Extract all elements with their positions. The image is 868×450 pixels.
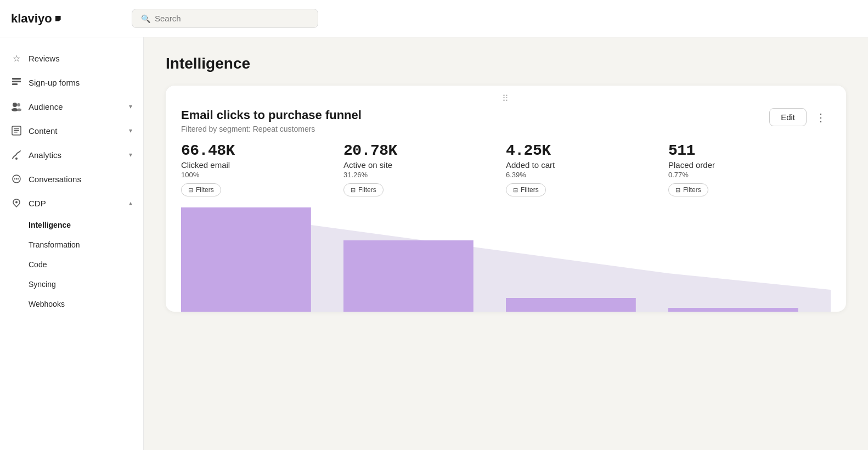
- widget-actions: Edit ⋮: [769, 108, 831, 126]
- form-icon: [11, 77, 22, 88]
- metric-label-0: Clicked email: [181, 160, 335, 170]
- sidebar-sub-item-code[interactable]: Code: [29, 255, 143, 274]
- metric-value-0: 66.48K: [181, 142, 335, 159]
- svg-rect-18: [181, 207, 311, 312]
- layout: ☆ Reviews Sign-up forms Audience ▾: [0, 37, 868, 450]
- topbar: klaviyo 🔍: [0, 0, 868, 37]
- svg-rect-24: [668, 308, 798, 312]
- metric-added-to-cart: 4.25K Added to cart 6.39% ⊟ Filters: [506, 142, 668, 196]
- chevron-up-icon-cdp: ▴: [129, 199, 132, 207]
- sidebar-label-analytics: Analytics: [29, 150, 61, 160]
- metric-value-3: 511: [668, 142, 822, 159]
- filter-icon-2: ⊟: [513, 187, 518, 194]
- sidebar-label-cdp: CDP: [29, 199, 46, 208]
- widget-title: Email clicks to purchase funnel: [181, 108, 362, 122]
- cdp-icon: [11, 198, 22, 209]
- bar-col-3: [668, 207, 831, 312]
- widget-subtitle: Filtered by segment: Repeat customers: [181, 125, 362, 133]
- sidebar-item-analytics[interactable]: Analytics ▾: [0, 143, 143, 167]
- svg-point-14: [16, 178, 17, 179]
- sidebar-sub-item-webhooks[interactable]: Webhooks: [29, 294, 143, 314]
- widget-card: ⠿ Email clicks to purchase funnel Filter…: [166, 86, 846, 312]
- metric-pct-2: 6.39%: [506, 171, 660, 179]
- filter-button-2[interactable]: ⊟ Filters: [506, 183, 546, 196]
- cdp-sub-menu: Intelligence Transformation Code Syncing…: [0, 215, 143, 314]
- filter-icon-1: ⊟: [351, 187, 356, 194]
- drag-handle[interactable]: ⠿: [166, 86, 846, 108]
- sidebar-label-content: Content: [29, 126, 58, 136]
- svg-point-15: [18, 178, 19, 179]
- metric-label-3: Placed order: [668, 160, 822, 170]
- metric-label-2: Added to cart: [506, 160, 660, 170]
- metric-value-2: 4.25K: [506, 142, 660, 159]
- audience-icon: [11, 101, 22, 112]
- chevron-down-icon-content: ▾: [129, 127, 132, 134]
- sidebar-sub-item-transformation[interactable]: Transformation: [29, 235, 143, 255]
- search-icon: 🔍: [141, 14, 150, 23]
- logo: klaviyo: [11, 12, 121, 26]
- svg-rect-0: [12, 78, 21, 80]
- svg-point-13: [14, 178, 15, 179]
- svg-point-6: [17, 109, 21, 111]
- funnel-metrics: 66.48K Clicked email 100% ⊟ Filters 20.7…: [166, 142, 846, 207]
- bar-col-1: [343, 207, 506, 312]
- bar-col-2: [506, 207, 668, 312]
- filter-button-3[interactable]: ⊟ Filters: [668, 183, 708, 196]
- metric-pct-1: 31.26%: [343, 171, 497, 179]
- metric-value-1: 20.78K: [343, 142, 497, 159]
- filter-icon-0: ⊟: [188, 187, 193, 194]
- svg-rect-22: [506, 298, 636, 312]
- svg-rect-9: [14, 130, 19, 131]
- metric-placed-order: 511 Placed order 0.77% ⊟ Filters: [668, 142, 831, 196]
- svg-point-3: [13, 103, 17, 107]
- svg-rect-1: [12, 81, 21, 82]
- sidebar-label-conversations: Conversations: [29, 175, 81, 184]
- sidebar-item-content[interactable]: Content ▾: [0, 119, 143, 143]
- funnel-chart: [166, 207, 846, 312]
- main-content: Intelligence ⠿ Email clicks to purchase …: [144, 37, 868, 450]
- page-title: Intelligence: [166, 55, 846, 72]
- sidebar-label-signup-forms: Sign-up forms: [29, 78, 80, 87]
- conversations-icon: [11, 173, 22, 184]
- sidebar-item-audience[interactable]: Audience ▾: [0, 94, 143, 119]
- search-bar[interactable]: 🔍: [132, 9, 318, 28]
- svg-rect-10: [14, 132, 18, 133]
- sidebar-sub-item-intelligence[interactable]: Intelligence: [29, 215, 143, 235]
- svg-rect-20: [343, 240, 474, 312]
- sidebar-sub-item-syncing[interactable]: Syncing: [29, 274, 143, 294]
- edit-button[interactable]: Edit: [769, 108, 807, 126]
- logo-text: klaviyo: [11, 12, 52, 26]
- svg-point-4: [17, 103, 20, 106]
- bar-col-0: [181, 207, 343, 312]
- content-icon: [11, 125, 22, 136]
- metric-active-on-site: 20.78K Active on site 31.26% ⊟ Filters: [343, 142, 506, 196]
- widget-title-group: Email clicks to purchase funnel Filtered…: [181, 108, 362, 133]
- chevron-down-icon-analytics: ▾: [129, 151, 132, 159]
- filter-button-0[interactable]: ⊟ Filters: [181, 183, 221, 196]
- sidebar-label-audience: Audience: [29, 102, 63, 111]
- metric-label-1: Active on site: [343, 160, 497, 170]
- svg-point-16: [15, 201, 18, 204]
- star-icon: ☆: [11, 53, 22, 64]
- sidebar-item-conversations[interactable]: Conversations: [0, 167, 143, 191]
- logo-mark: [55, 16, 61, 21]
- search-input[interactable]: [155, 14, 309, 23]
- metric-clicked-email: 66.48K Clicked email 100% ⊟ Filters: [181, 142, 343, 196]
- filter-icon-3: ⊟: [675, 187, 680, 194]
- sidebar-item-reviews[interactable]: ☆ Reviews: [0, 46, 143, 70]
- analytics-icon: [11, 149, 22, 160]
- more-options-button[interactable]: ⋮: [811, 109, 831, 126]
- svg-rect-8: [14, 128, 19, 130]
- filter-button-1[interactable]: ⊟ Filters: [343, 183, 384, 196]
- metric-pct-0: 100%: [181, 171, 335, 179]
- sidebar-item-signup-forms[interactable]: Sign-up forms: [0, 70, 143, 94]
- metric-pct-3: 0.77%: [668, 171, 822, 179]
- svg-point-11: [15, 158, 18, 160]
- sidebar: ☆ Reviews Sign-up forms Audience ▾: [0, 37, 144, 450]
- chevron-down-icon: ▾: [129, 103, 132, 110]
- sidebar-item-cdp[interactable]: CDP ▴: [0, 191, 143, 215]
- sidebar-label-reviews: Reviews: [29, 54, 60, 63]
- widget-header: Email clicks to purchase funnel Filtered…: [166, 108, 846, 142]
- svg-rect-2: [12, 83, 18, 85]
